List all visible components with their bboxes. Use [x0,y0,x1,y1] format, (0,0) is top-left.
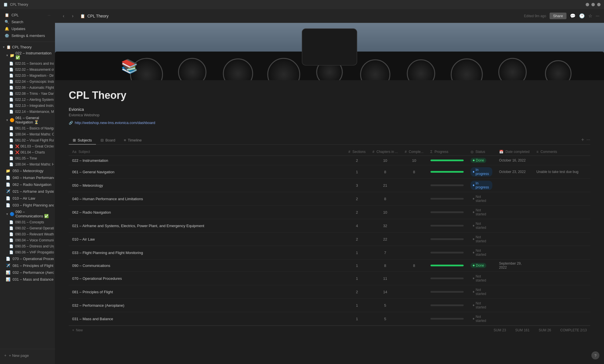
sidebar-item-010[interactable]: 📄 010 – Air Law [1,195,54,202]
sidebar-group-cpl-theory[interactable]: ▼ 📋 CPL Theory [0,44,55,50]
table-row[interactable]: 070 – Operational Procedures 1 11 Not st… [69,272,590,285]
tab-subjects[interactable]: ⊞ Subjects [69,136,96,145]
cell-subject: 022 – Instrumentation [69,156,345,165]
sidebar-item-021[interactable]: ✈️ 021 – Airframe and Systems, El... [1,188,54,195]
cell-sections: 1 [345,246,369,259]
help-button[interactable]: ? [591,351,599,359]
sidebar-item-081[interactable]: ✈️ 081 – Principles of Flight [1,262,54,269]
sidebar-child-061.01[interactable]: 📄 061.01 – Basics of Navigation [1,125,54,131]
sidebar-group-061[interactable]: ▼ 🟠 061 – General Navigation ⏳ [0,115,55,125]
022.04-label: 022.04 – Gyroscopic Instrum... [15,80,54,84]
sidebar-group-090[interactable]: ▼ 🔵 090 – Communications ✅ [0,209,55,219]
table-row[interactable]: 050 – Meteorology 3 21 In progress [69,179,590,192]
th-subject[interactable]: Aa Subject [69,148,345,156]
table-row[interactable]: 033 – Flight Planning and Flight Monitor… [69,246,590,259]
th-status[interactable]: ◎ Status [467,148,496,156]
sidebar-child-022.14[interactable]: 📄 022.14 – Maintenance, Monit... [1,109,54,115]
status-dot [473,318,474,320]
100.04a-label: 100.04 – Mental Maths: Clim... [15,132,54,136]
cell-complete [401,272,427,285]
clock-icon[interactable]: 🕐 [579,13,585,19]
sidebar-item-032[interactable]: 📊 032 – Performance (Aeroplane) [1,269,54,276]
sidebar-child-022.01[interactable]: 📄 022.01 – Sensors and Instrum... [1,61,54,66]
sidebar-child-022.12[interactable]: 📄 022.12 – Alerting Systems, Pr... [1,97,54,103]
comment-icon[interactable]: 💬 [570,13,576,19]
star-icon[interactable]: ☆ [588,13,592,19]
workspace-header[interactable]: 📋 CPL ··· [1,12,54,18]
sidebar-item-search[interactable]: 🔍 Search [1,19,54,25]
sidebar-item-031[interactable]: 📊 031 – Mass and Balance [1,276,54,283]
new-page-btn[interactable]: ＋ + New page [0,351,55,359]
sidebar-child-061.04[interactable]: 📄 ❌ 061.04 – Charts [1,149,54,155]
sidebar-child-090.02[interactable]: 📄 090.02 – General Operating ... [1,225,54,231]
sidebar-child-090.01[interactable]: 📄 090.01 – Concepts [1,219,54,225]
sidebar-child-022.13[interactable]: 📄 022.13 – Integrated Instrume... [1,103,54,109]
close-btn[interactable] [597,3,601,6]
cell-date [496,299,533,312]
sidebar-child-022.06[interactable]: 📄 022.06 – Automatic Flight Co... [1,85,54,90]
sidebar-item-033[interactable]: 📄 033 – Flight Planning and Fligh... [1,202,54,208]
sidebar-child-061.02[interactable]: 📄 061.02 – Visual Flight Rule (V... [1,137,54,143]
sidebar-item-040[interactable]: 📄 040 – Human Performance and... [1,174,54,181]
table-row[interactable]: 032 – Performance (Aeroplane) 1 5 Not st… [69,299,590,312]
table-row[interactable]: 062 – Radio Navigation 2 10 Not started [69,206,590,219]
table-row[interactable]: 040 – Human Performance and Limitations … [69,192,590,206]
table-row[interactable]: 021 – Airframe and Systems, Electrics, P… [69,219,590,233]
table-row[interactable]: 090 – Communications 1 8 8 Done Septembe… [69,259,590,272]
sidebar-child-090.03[interactable]: 📄 090.03 – Relevant Weather I... [1,231,54,237]
table-row[interactable]: 081 – Principles of Flight 2 14 Not star… [69,285,590,299]
database-container: ⊞ Subjects ⊟ Board ≡ Timeline + ··· [55,136,604,348]
tab-board[interactable]: ⊟ Board [97,136,119,145]
progress-bar-fill [430,265,464,266]
cell-subject: 062 – Radio Navigation [69,206,345,219]
forward-button[interactable]: › [69,12,77,20]
db-more-icon[interactable]: ··· [587,137,590,142]
th-progress[interactable]: Σ Progress [427,148,467,156]
cell-chapters: 7 [369,246,402,259]
maximize-btn[interactable] [591,3,595,6]
sidebar-child-022.08[interactable]: 📄 022.08 – Trims - Yaw Damper... [1,91,54,97]
th-comments[interactable]: ≡ Comments [533,148,590,156]
share-button[interactable]: Share [550,13,566,19]
add-column-icon[interactable]: + [581,137,584,143]
sidebar-item-050[interactable]: 📁 050 – Meteorology [1,168,54,174]
th-sections[interactable]: # Sections [345,148,369,156]
sidebar-item-settings[interactable]: ⚙️ Settings & members [1,32,54,39]
sidebar-child-090.06[interactable]: 📄 090.06 – VHF Propagation a... [1,249,54,255]
sidebar-child-090.04[interactable]: 📄 090.04 – Voice Communicati... [1,237,54,243]
th-complete[interactable]: # Comple... [401,148,427,156]
table-row[interactable]: 061 – General Navigation 1 8 8 In progre… [69,165,590,179]
sidebar-group-022[interactable]: ▼ 📁 022 – Instrumentation ✅ [0,50,55,60]
meta-link[interactable]: 🔗 http://webshop.new-lms.evionica.com/da… [69,121,590,125]
cell-sections: 2 [345,285,369,299]
table-row[interactable]: 010 – Air Law 2 22 Not started [69,233,590,246]
sidebar-child-061.03[interactable]: 📄 ❌ 061.03 – Great Circles and Rh... [1,143,54,149]
top-bar: ‹ › 📋 CPL Theory Edited 9m ago Share 💬 🕐… [55,9,604,23]
sidebar-item-062[interactable]: 📄 062 – Radio Navigation [1,181,54,188]
more-icon[interactable]: ··· [596,13,599,19]
sidebar-child-022.03[interactable]: 📄 022.03 – Magnetism - Direct... [1,73,54,78]
sidebar-child-100.04a[interactable]: 📄 100.04 – Mental Maths: Clim... [1,131,54,137]
sidebar-child-022.04[interactable]: 📄 022.04 – Gyroscopic Instrum... [1,79,54,84]
title-bar-controls[interactable] [586,3,601,6]
sidebar-child-090.05[interactable]: 📄 090.05 – Distress and Urgen... [1,243,54,249]
cell-progress [427,285,467,299]
033-icon: 📄 [6,203,10,207]
workspace-name: CPL [11,13,19,17]
sidebar-child-061.05[interactable]: 📄 061.05 – Time [1,156,54,161]
table-row[interactable]: 022 – Instrumentation 2 10 10 Done Octob… [69,156,590,165]
th-chapters[interactable]: # Chapters in ... [369,148,402,156]
sidebar-item-070[interactable]: 📄 070 – Operational Procedures [1,255,54,262]
th-date[interactable]: 📅 Date completed [496,148,533,156]
table-row[interactable]: 031 – Mass and Balance 1 5 Not started [69,312,590,326]
sidebar-child-100.04b[interactable]: 📄 100.04 – Mental Maths: Head... [1,162,54,167]
updates-label: Updates [11,27,25,31]
sidebar-item-updates[interactable]: 🔔 Updates [1,25,54,32]
tab-timeline[interactable]: ≡ Timeline [120,136,146,145]
cell-status: Not started [467,192,496,206]
cell-progress [427,156,467,165]
minimize-btn[interactable] [586,3,589,6]
add-new-btn[interactable]: + New [72,328,83,332]
sidebar-child-022.02[interactable]: 📄 022.02 – Measurement of Air... [1,67,54,72]
back-button[interactable]: ‹ [60,12,68,20]
